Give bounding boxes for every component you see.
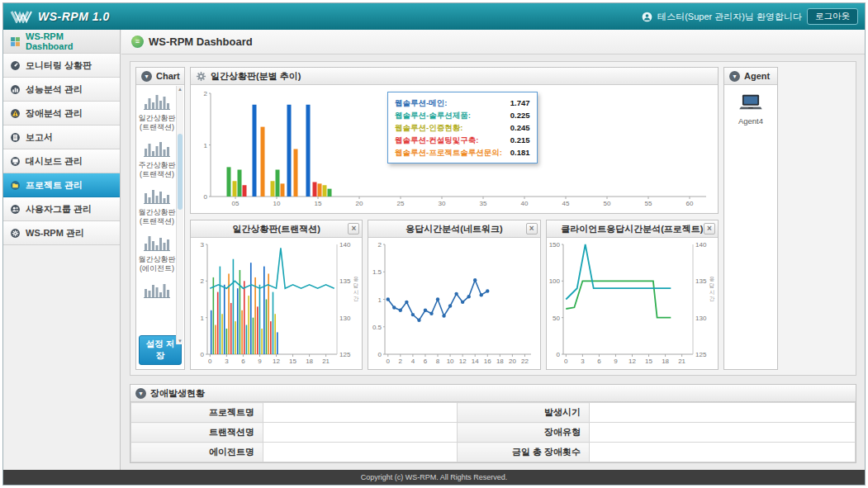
tooltip-row: 웹솔루션-인증현황:0.245 — [395, 121, 530, 134]
svg-text:125: 125 — [339, 351, 351, 358]
svg-text:0: 0 — [378, 351, 382, 358]
sidebar-item-monitoring[interactable]: 모니터링 상황판 — [3, 54, 120, 78]
svg-text:60: 60 — [686, 200, 694, 207]
performance-icon — [10, 84, 21, 95]
top-header: WS-RPM 1.0 테스터(Super 관리자)님 환영합니다 로그아웃 — [3, 3, 865, 30]
usergroup-icon — [10, 204, 21, 215]
sidebar-item-label: 프로젝트 관리 — [26, 179, 83, 192]
sidebar-item-dashboard[interactable]: WS-RPM Dashboard — [3, 30, 120, 54]
close-button[interactable]: × — [704, 223, 715, 235]
svg-text:9: 9 — [258, 358, 262, 365]
tooltip-row: 웹솔루션-컨설팅및구축:0.215 — [395, 134, 530, 146]
sidebar-item-label: 장애분석 관리 — [26, 107, 83, 120]
agent-item[interactable]: Agent4 — [724, 85, 777, 126]
fault-table: 프로젝트명발생시기트랜잭션명장애유형에이전트명금일 총 장애횟수 — [130, 402, 856, 462]
sidebar-item-dashboard-manage[interactable]: 대시보드 관리 — [3, 149, 120, 173]
chart-thumbnail-label: (트랜잭션) — [140, 170, 174, 179]
scrollbar-thumb[interactable] — [178, 134, 183, 210]
svg-text:150: 150 — [548, 241, 560, 249]
svg-text:답: 답 — [709, 282, 714, 288]
welcome-text: 테스터(Super 관리자)님 환영합니다 — [657, 11, 802, 23]
fault-value — [263, 403, 458, 423]
sub-chart-header[interactable]: 클라이언트응답시간분석(프로젝트)× — [547, 220, 718, 238]
sub-chart-title: 일간상황판(트랜잭션) — [233, 223, 320, 235]
svg-text:15: 15 — [645, 358, 652, 365]
fault-label: 프로젝트명 — [131, 403, 263, 423]
app-logo: WS-RPM 1.0 — [10, 10, 110, 23]
logout-button[interactable]: 로그아웃 — [807, 8, 858, 25]
dashboard-sphere-icon: ≡ — [131, 36, 144, 48]
main-chart-panel: 일간상황판(분별 추이) 051015202530354045505560012… — [190, 67, 719, 214]
page-title: WS-RPM Dashboard — [149, 36, 253, 48]
tooltip-series-label: 웹솔루션-메인: — [395, 97, 447, 109]
sidebar-item-fault[interactable]: 장애분석 관리 — [3, 102, 120, 126]
sub-chart-header[interactable]: 응답시간분석(네트워크)× — [368, 220, 539, 238]
chart-thumbnail[interactable]: 일간상황판(트랜잭션) — [139, 89, 176, 132]
agent-panel-title: Agent — [744, 71, 770, 81]
gear-icon[interactable] — [196, 71, 206, 82]
svg-text:20: 20 — [509, 358, 516, 365]
svg-text:40: 40 — [521, 200, 529, 207]
sidebar-item-settings[interactable]: WS-RPM 관리 — [3, 221, 120, 245]
fault-panel-header: ▾ 장애발생현황 — [130, 385, 856, 402]
svg-text:12: 12 — [273, 358, 280, 365]
tooltip-series-value: 1.747 — [502, 97, 530, 109]
svg-text:130: 130 — [339, 315, 351, 322]
chart-list-scrollbar[interactable]: ▲ ▼ — [176, 86, 183, 344]
table-row: 트랜잭션명장애유형 — [131, 423, 856, 443]
svg-text:답: 답 — [353, 282, 359, 288]
chart-thumbnail[interactable]: 월간상황판(에이전트) — [139, 230, 176, 273]
footer: Copyright (c) WS-RPM. All Rights Reserve… — [3, 470, 865, 485]
svg-text:140: 140 — [339, 241, 351, 249]
svg-text:1: 1 — [204, 142, 208, 149]
sidebar-item-project[interactable]: 프로젝트 관리 — [3, 173, 120, 197]
fault-label: 장애유형 — [458, 423, 590, 443]
chart-thumbnail[interactable]: 주간상황판(트랜잭션) — [139, 136, 176, 179]
svg-text:14: 14 — [472, 358, 479, 365]
svg-text:2: 2 — [204, 90, 208, 97]
svg-text:05: 05 — [232, 200, 240, 207]
chart-thumbnail-label: 주간상황판 — [139, 161, 176, 170]
svg-text:간: 간 — [353, 296, 359, 301]
svg-text:55: 55 — [645, 200, 652, 207]
chart-thumbnail-label: 일간상황판 — [139, 114, 176, 123]
svg-text:0.5: 0.5 — [372, 324, 382, 331]
fault-icon — [10, 108, 21, 119]
svg-text:15: 15 — [315, 200, 322, 207]
svg-text:2: 2 — [201, 277, 205, 285]
fault-value — [263, 423, 458, 443]
tooltip-series-label: 웹솔루션-컨설팅및구축: — [395, 134, 478, 146]
chart-list-panel: ▾ Chart 일간상황판(트랜잭션)주간상황판(트랜잭션)월간상황판(트랜잭션… — [135, 67, 185, 370]
sidebar-item-report[interactable]: 보고서 — [3, 126, 120, 149]
close-button[interactable]: × — [348, 223, 359, 235]
svg-text:0: 0 — [387, 358, 391, 365]
svg-text:50: 50 — [604, 200, 611, 207]
svg-text:0: 0 — [208, 358, 212, 365]
svg-text:45: 45 — [562, 200, 570, 207]
tooltip-row: 웹솔루션-프로젝트솔루션문의:0.181 — [395, 146, 530, 159]
close-button[interactable]: × — [526, 223, 538, 235]
fault-label: 트랜잭션명 — [131, 423, 263, 443]
sub-chart-body: 0369121518210123125130135140응답시간 — [191, 238, 362, 371]
main-chart-header: 일간상황판(분별 추이) — [191, 68, 718, 85]
scroll-down-icon[interactable]: ▼ — [177, 339, 183, 343]
report-icon — [10, 132, 21, 143]
chart-thumbnail[interactable]: 월간상황판(트랜잭션) — [139, 183, 176, 226]
svg-text:1: 1 — [201, 315, 205, 322]
svg-text:3: 3 — [201, 241, 205, 249]
sub-chart-body: 024681012141618202200.511.52 — [368, 238, 539, 371]
scroll-up-icon[interactable]: ▲ — [177, 87, 183, 92]
sidebar-item-label: 사용자그룹 관리 — [26, 203, 92, 216]
sub-chart-title: 클라이언트응답시간분석(프로젝트) — [561, 223, 703, 235]
table-row: 에이전트명금일 총 장애횟수 — [131, 443, 856, 462]
sidebar-item-performance[interactable]: 성능분석 관리 — [3, 78, 120, 102]
svg-text:100: 100 — [548, 277, 560, 285]
svg-text:10: 10 — [273, 200, 281, 207]
sidebar-item-label: 보고서 — [26, 131, 53, 144]
svg-text:응: 응 — [353, 276, 359, 282]
svg-text:21: 21 — [322, 358, 330, 365]
dashboard-icon — [10, 36, 21, 47]
sub-chart-header[interactable]: 일간상황판(트랜잭션)× — [191, 220, 362, 238]
sidebar-item-usergroup[interactable]: 사용자그룹 관리 — [3, 197, 120, 221]
chart-thumbnail[interactable] — [143, 277, 171, 302]
